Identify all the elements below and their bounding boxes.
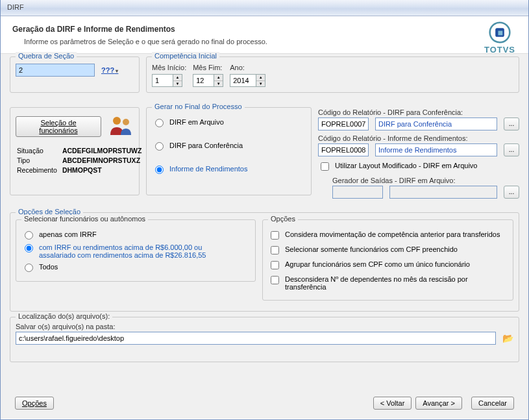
check-somente-cpf-input[interactable] <box>271 246 279 254</box>
check-somente-cpf[interactable]: Selecionar somente funcionários com CPF … <box>268 245 508 256</box>
radio-irrf-rendimentos-label: com IRRF ou rendimentos acima de R$6.000… <box>39 243 240 259</box>
radio-irrf-rendimentos[interactable]: com IRRF ou rendimentos acima de R$6.000… <box>21 243 250 259</box>
folder-browse-icon[interactable]: 📂 <box>502 333 513 343</box>
quebra-secao-input[interactable] <box>16 64 95 77</box>
meta-situacao-value: ACDEFGILMOPRSTUWZ <box>62 147 146 155</box>
radio-apenas-irrf-label: apenas com IRRF <box>39 230 97 238</box>
radio-irrf-rendimentos-input[interactable] <box>25 244 33 253</box>
radio-informe-rendimentos[interactable]: Informe de Rendimentos <box>152 165 306 174</box>
check-movimentacao-anterior[interactable]: Considera movimentação de competência an… <box>268 230 508 241</box>
rel-inf-browse-button[interactable]: ... <box>504 143 519 156</box>
avancar-button[interactable]: Avançar > <box>415 397 462 410</box>
mes-fim-spin[interactable]: ▲▼ <box>193 74 223 87</box>
rel-conf-label: Código do Relatório - DIRF para Conferên… <box>318 108 463 116</box>
rel-conf-code-input[interactable] <box>318 117 369 130</box>
spin-down-icon[interactable]: ▼ <box>173 81 182 87</box>
radio-apenas-irrf[interactable]: apenas com IRRF <box>21 230 250 240</box>
meta-situacao-label: Situação <box>17 147 61 155</box>
radio-apenas-irrf-input[interactable] <box>25 231 33 240</box>
brand-logo-text: TOTVS <box>482 45 518 55</box>
gerador-code-input <box>332 186 383 199</box>
radio-informe-rendimentos-input[interactable] <box>155 166 164 174</box>
radio-todos[interactable]: Todos <box>21 263 250 272</box>
check-layout-modificado-input[interactable] <box>321 162 329 171</box>
check-layout-modificado[interactable]: Utilizar Layout Modificado - DIRF em Arq… <box>318 162 519 173</box>
radio-dirf-conferencia-input[interactable] <box>155 142 164 151</box>
cancelar-button[interactable]: Cancelar <box>471 397 514 410</box>
quebra-help-icon[interactable]: ??? <box>101 66 118 74</box>
radio-dirf-arquivo-label: DIRF em Arquivo <box>169 118 224 126</box>
gerador-browse-button[interactable]: ... <box>504 186 519 199</box>
ano-input[interactable] <box>230 74 256 87</box>
svg-point-4 <box>123 119 129 125</box>
group-competencia: Competência Inicial Mês Início: ▲▼ Mês F… <box>146 56 519 93</box>
radio-todos-label: Todos <box>39 263 58 271</box>
path-input[interactable] <box>16 332 496 345</box>
check-descon-dep-label: Desconsidera Nº de dependentes no mês da… <box>285 275 508 291</box>
totvs-logo-icon <box>489 21 511 43</box>
wizard-header: Geração da DIRF e Informe de Rendimentos… <box>1 16 528 54</box>
group-selecionar-func: Selecionar funcionários ou autônomos ape… <box>16 219 256 282</box>
group-legend-competencia: Competência Inicial <box>152 52 219 60</box>
window-title: DIRF <box>7 3 24 11</box>
check-agrupar-input[interactable] <box>271 261 279 269</box>
radio-dirf-arquivo[interactable]: DIRF em Arquivo <box>152 118 306 127</box>
people-icon <box>108 114 134 139</box>
legend-opcoes-checks: Opções <box>268 215 298 223</box>
group-localizacao: Localização do(s) arquivo(s): Salvar o(s… <box>10 317 519 362</box>
rel-conf-browse-button[interactable]: ... <box>504 117 519 130</box>
spin-down-icon[interactable]: ▼ <box>256 81 265 87</box>
gerador-desc-input <box>389 186 497 199</box>
group-selecao-funcionarios: Seleção de funcionários Situa <box>10 107 140 195</box>
spin-up-icon[interactable]: ▲ <box>214 75 223 81</box>
voltar-button[interactable]: < Voltar <box>373 397 412 410</box>
radio-todos-input[interactable] <box>25 264 33 272</box>
group-gerar-processo: Gerar no Final do Processo DIRF em Arqui… <box>146 107 312 195</box>
page-title: Geração da DIRF e Informe de Rendimentos <box>12 25 517 34</box>
check-descon-dep-input[interactable] <box>271 276 279 284</box>
group-opcoes-checks: Opções Considera movimentação de competê… <box>262 219 513 301</box>
group-opcoes-selecao: Opções de Seleção Selecionar funcionário… <box>10 212 519 312</box>
radio-dirf-arquivo-input[interactable] <box>155 119 164 127</box>
rel-inf-code-input[interactable] <box>318 143 369 156</box>
ano-spin[interactable]: ▲▼ <box>230 74 265 87</box>
selecao-funcionarios-button[interactable]: Seleção de funcionários <box>16 116 101 137</box>
spin-up-icon[interactable]: ▲ <box>173 75 182 81</box>
check-mov-ant-label: Considera movimentação de competência an… <box>285 230 500 238</box>
check-agrupar-sem-cpf[interactable]: Agrupar funcionários sem CPF como um úni… <box>268 260 508 271</box>
brand-logo: TOTVS <box>482 21 518 55</box>
meta-receb-value: DHMOPQST <box>62 166 146 175</box>
check-desconsidera-dependentes[interactable]: Desconsidera Nº de dependentes no mês da… <box>268 275 508 291</box>
rel-inf-label: Código do Relatório - Informe de Rendime… <box>318 134 519 142</box>
mes-fim-input[interactable] <box>193 74 214 87</box>
svg-point-3 <box>113 117 121 125</box>
selecao-meta-table: SituaçãoACDEFGILMOPRSTUWZ TipoABCDEFIMNO… <box>16 145 147 176</box>
rel-conf-desc-input[interactable] <box>375 117 497 130</box>
relatorios-panel: Código do Relatório - DIRF para Conferên… <box>318 107 519 199</box>
check-mov-ant-input[interactable] <box>271 231 279 240</box>
window-titlebar: DIRF <box>1 0 528 16</box>
check-layout-modificado-label: Utilizar Layout Modificado - DIRF em Arq… <box>335 162 477 169</box>
radio-dirf-conferencia[interactable]: DIRF para Conferência <box>152 142 306 151</box>
mes-inicio-label: Mês Início: <box>152 64 186 71</box>
page-subtitle: Informe os parâmetros de Seleção e o que… <box>24 38 517 45</box>
opcoes-button[interactable]: Opções <box>15 397 54 410</box>
group-quebra-secao: Quebra de Seção ??? <box>10 56 140 93</box>
group-legend-gerar: Gerar no Final do Processo <box>152 103 245 110</box>
mes-fim-label: Mês Fim: <box>193 64 223 71</box>
legend-localizacao: Localização do(s) arquivo(s): <box>16 312 112 320</box>
group-legend-quebra: Quebra de Seção <box>16 52 77 60</box>
meta-tipo-value: ABCDEFIMNOPRSTUXZ <box>62 156 146 165</box>
radio-dirf-conferencia-label: DIRF para Conferência <box>169 142 243 149</box>
check-somente-cpf-label: Selecionar somente funcionários com CPF … <box>285 245 458 253</box>
salvar-pasta-label: Salvar o(s) arquivo(s) na pasta: <box>16 323 513 330</box>
legend-selecionar-func: Selecionar funcionários ou autônomos <box>21 215 148 223</box>
radio-informe-rendimentos-label: Informe de Rendimentos <box>169 165 247 173</box>
mes-inicio-spin[interactable]: ▲▼ <box>152 74 186 87</box>
ano-label: Ano: <box>230 64 265 71</box>
rel-inf-desc-input[interactable] <box>375 143 497 156</box>
meta-tipo-label: Tipo <box>17 156 61 165</box>
mes-inicio-input[interactable] <box>152 74 173 87</box>
spin-up-icon[interactable]: ▲ <box>256 75 265 81</box>
spin-down-icon[interactable]: ▼ <box>214 81 223 87</box>
